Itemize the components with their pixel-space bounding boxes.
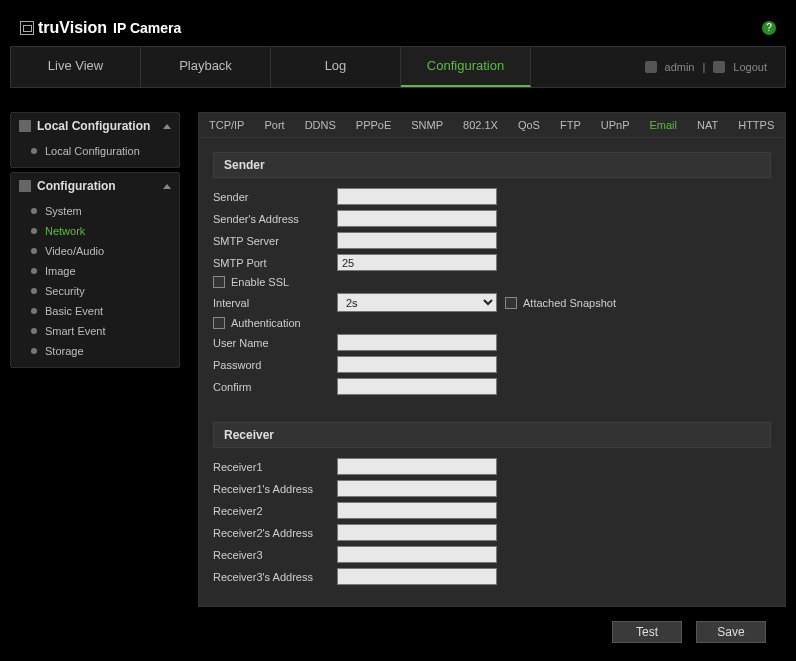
label-smtp-server: SMTP Server — [213, 235, 337, 247]
sidebar-item-local-configuration[interactable]: Local Configuration — [11, 141, 179, 161]
input-receiver1-addr[interactable] — [337, 480, 497, 497]
section-icon — [19, 180, 31, 192]
subtab-upnp[interactable]: UPnP — [591, 113, 640, 137]
label-sender-addr: Sender's Address — [213, 213, 337, 225]
group-sender: Sender — [213, 152, 771, 178]
label-sender: Sender — [213, 191, 337, 203]
label-receiver2-addr: Receiver2's Address — [213, 527, 337, 539]
subtab-ddns[interactable]: DDNS — [295, 113, 346, 137]
label-attached-snapshot: Attached Snapshot — [523, 297, 616, 309]
sidebar-item-security[interactable]: Security — [11, 281, 179, 301]
bullet-icon — [31, 268, 37, 274]
separator: | — [702, 61, 705, 73]
sidebar-item-smart-event[interactable]: Smart Event — [11, 321, 179, 341]
label-receiver3: Receiver3 — [213, 549, 337, 561]
subtab-qos[interactable]: QoS — [508, 113, 550, 137]
subtab-pppoe[interactable]: PPPoE — [346, 113, 401, 137]
checkbox-authentication[interactable] — [213, 317, 225, 329]
main-tab-playback[interactable]: Playback — [141, 47, 271, 87]
label-smtp-port: SMTP Port — [213, 257, 337, 269]
brand-text-2: IP Camera — [113, 20, 181, 36]
subtab-bar: TCP/IPPortDDNSPPPoESNMP802.1XQoSFTPUPnPE… — [198, 112, 786, 138]
bullet-icon — [31, 328, 37, 334]
help-icon[interactable]: ? — [762, 21, 776, 35]
logout-link[interactable]: Logout — [733, 61, 767, 73]
label-password: Password — [213, 359, 337, 371]
input-receiver2[interactable] — [337, 502, 497, 519]
input-confirm[interactable] — [337, 378, 497, 395]
section-icon — [19, 120, 31, 132]
input-password[interactable] — [337, 356, 497, 373]
footer-buttons: Test Save — [198, 607, 786, 657]
user-icon — [645, 61, 657, 73]
input-user-name[interactable] — [337, 334, 497, 351]
bullet-icon — [31, 148, 37, 154]
select-interval[interactable]: 2s — [337, 293, 497, 312]
main-tab-live-view[interactable]: Live View — [11, 47, 141, 87]
email-form: Sender Sender Sender's Address SMTP Serv… — [198, 138, 786, 607]
subtab-tcp-ip[interactable]: TCP/IP — [199, 113, 254, 137]
test-button[interactable]: Test — [612, 621, 682, 643]
input-receiver3[interactable] — [337, 546, 497, 563]
subtab-nat[interactable]: NAT — [687, 113, 728, 137]
bullet-icon — [31, 248, 37, 254]
bullet-icon — [31, 288, 37, 294]
label-receiver2: Receiver2 — [213, 505, 337, 517]
input-receiver3-addr[interactable] — [337, 568, 497, 585]
input-sender[interactable] — [337, 188, 497, 205]
sidebar-item-image[interactable]: Image — [11, 261, 179, 281]
main-tab-log[interactable]: Log — [271, 47, 401, 87]
logout-icon — [713, 61, 725, 73]
subtab-port[interactable]: Port — [254, 113, 294, 137]
subtab-https[interactable]: HTTPS — [728, 113, 784, 137]
input-smtp-server[interactable] — [337, 232, 497, 249]
checkbox-attached-snapshot[interactable] — [505, 297, 517, 309]
bullet-icon — [31, 208, 37, 214]
checkbox-enable-ssl[interactable] — [213, 276, 225, 288]
chevron-up-icon — [163, 184, 171, 189]
group-receiver: Receiver — [213, 422, 771, 448]
label-user-name: User Name — [213, 337, 337, 349]
brand-text-1: truVision — [38, 19, 107, 37]
bullet-icon — [31, 228, 37, 234]
input-sender-addr[interactable] — [337, 210, 497, 227]
input-smtp-port[interactable] — [337, 254, 497, 271]
bullet-icon — [31, 308, 37, 314]
sidebar-item-video-audio[interactable]: Video/Audio — [11, 241, 179, 261]
subtab-snmp[interactable]: SNMP — [401, 113, 453, 137]
label-receiver1: Receiver1 — [213, 461, 337, 473]
sidebar-section-local-configuration[interactable]: Local Configuration — [11, 113, 179, 139]
sidebar-item-system[interactable]: System — [11, 201, 179, 221]
label-authentication: Authentication — [231, 317, 301, 329]
sidebar-item-storage[interactable]: Storage — [11, 341, 179, 361]
sidebar-item-basic-event[interactable]: Basic Event — [11, 301, 179, 321]
bullet-icon — [31, 348, 37, 354]
main-tab-configuration[interactable]: Configuration — [401, 47, 531, 87]
sidebar-item-network[interactable]: Network — [11, 221, 179, 241]
user-name[interactable]: admin — [665, 61, 695, 73]
brand: truVision IP Camera — [20, 19, 181, 37]
label-interval: Interval — [213, 297, 337, 309]
input-receiver1[interactable] — [337, 458, 497, 475]
main-tabbar: Live ViewPlaybackLogConfiguration admin … — [10, 46, 786, 88]
label-receiver3-addr: Receiver3's Address — [213, 571, 337, 583]
sidebar-section-configuration[interactable]: Configuration — [11, 173, 179, 199]
input-receiver2-addr[interactable] — [337, 524, 497, 541]
subtab-ftp[interactable]: FTP — [550, 113, 591, 137]
brand-logo-icon — [20, 21, 34, 35]
label-enable-ssl: Enable SSL — [231, 276, 289, 288]
chevron-up-icon — [163, 124, 171, 129]
subtab-802-1x[interactable]: 802.1X — [453, 113, 508, 137]
save-button[interactable]: Save — [696, 621, 766, 643]
subtab-email[interactable]: Email — [639, 113, 687, 137]
label-confirm: Confirm — [213, 381, 337, 393]
label-receiver1-addr: Receiver1's Address — [213, 483, 337, 495]
user-bar: admin | Logout — [641, 47, 785, 87]
